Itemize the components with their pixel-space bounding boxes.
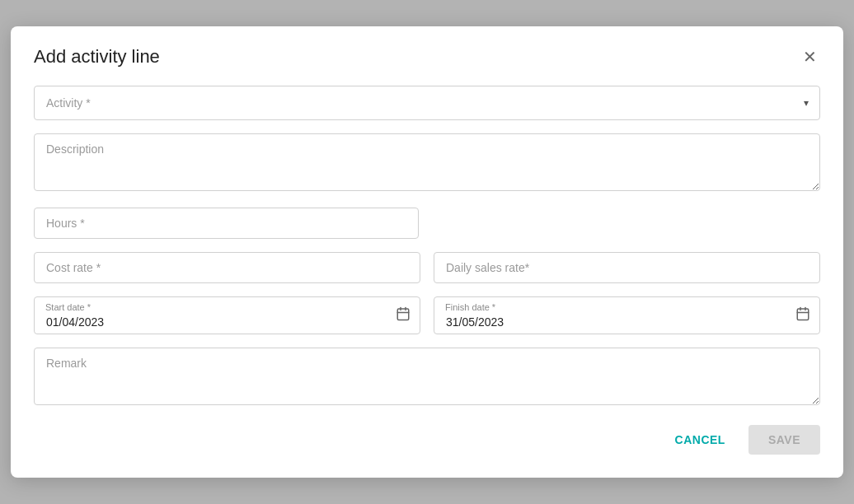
daily-sales-rate-input[interactable] <box>434 252 820 283</box>
cancel-button[interactable]: CANCEL <box>665 427 735 453</box>
modal-title: Add activity line <box>34 46 160 68</box>
rates-row <box>34 252 820 283</box>
modal-header: Add activity line ✕ <box>34 46 820 68</box>
close-button[interactable]: ✕ <box>800 47 820 67</box>
description-input[interactable] <box>34 133 820 191</box>
description-row <box>34 133 820 194</box>
modal-dialog: Add activity line ✕ Activity * ▾ <box>11 26 843 478</box>
finish-date-input[interactable] <box>434 296 820 334</box>
start-date-wrapper: Start date * <box>34 296 420 334</box>
save-button[interactable]: SAVE <box>748 425 820 455</box>
activity-select[interactable]: Activity * <box>34 86 820 120</box>
activity-row: Activity * ▾ <box>34 86 820 120</box>
remark-row <box>34 348 820 408</box>
remark-input[interactable] <box>34 348 820 405</box>
start-date-input[interactable] <box>34 296 420 334</box>
modal-footer: CANCEL SAVE <box>34 425 820 455</box>
hours-input[interactable] <box>34 208 419 239</box>
cost-rate-input[interactable] <box>34 252 420 283</box>
finish-date-wrapper: Finish date * <box>434 296 820 334</box>
modal-overlay: Add activity line ✕ Activity * ▾ <box>0 0 854 504</box>
dates-row: Start date * Finish date * <box>34 296 820 334</box>
hours-row <box>34 208 820 239</box>
activity-select-wrapper: Activity * ▾ <box>34 86 820 120</box>
